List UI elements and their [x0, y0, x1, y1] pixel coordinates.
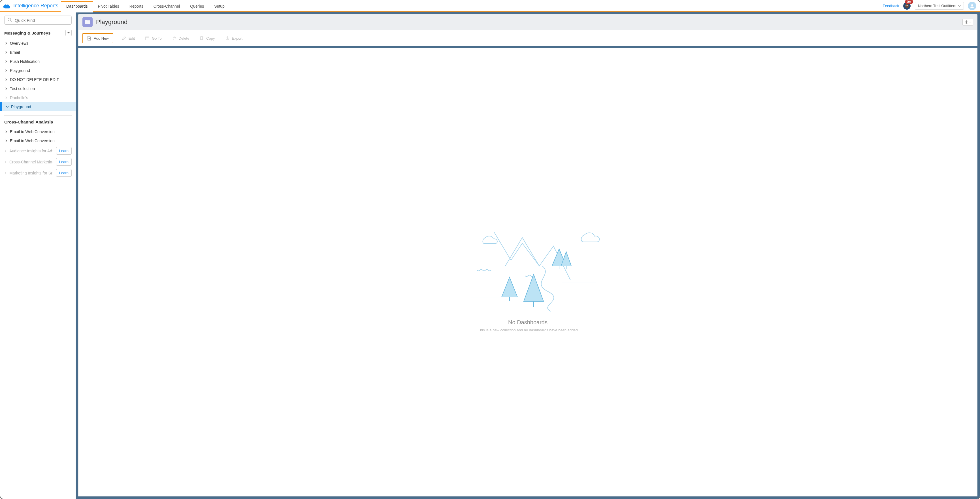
person-icon — [969, 3, 975, 8]
trash-icon — [172, 36, 177, 40]
svg-point-3 — [971, 4, 973, 6]
tab-queries[interactable]: Queries — [185, 0, 209, 11]
folder-icon — [83, 17, 92, 27]
export-icon — [225, 36, 230, 40]
chevron-right-icon — [5, 96, 8, 99]
empty-state-title: No Dashboards — [508, 319, 547, 326]
chevron-right-icon — [5, 87, 8, 90]
notifications-icon[interactable]: 99+ — [903, 2, 911, 10]
chevron-right-icon — [5, 69, 8, 72]
toolbar: Add New Edit Go To Delete Copy — [78, 30, 977, 46]
tab-dashboards[interactable]: Dashboards — [61, 0, 93, 11]
sidebar-item-email-web-2[interactable]: Email to Web Conversion — [4, 136, 72, 145]
sidebar-divider — [4, 115, 72, 116]
sidebar-item-email-web-1[interactable]: Email to Web Conversion — [4, 127, 72, 136]
chevron-right-icon — [4, 172, 7, 175]
delete-button: Delete — [170, 35, 191, 41]
svg-point-2 — [907, 5, 908, 6]
svg-point-1 — [905, 5, 906, 6]
sidebar-item-push-notification[interactable]: Push Notification — [4, 57, 72, 66]
add-file-icon — [87, 36, 91, 40]
search-icon — [7, 17, 13, 23]
page-header: Playground — [78, 14, 977, 30]
sidebar-item-email[interactable]: Email — [4, 48, 72, 57]
caret-up-icon — [969, 21, 971, 23]
copy-icon — [199, 36, 204, 40]
chevron-right-icon — [5, 51, 8, 54]
notification-badge: 99+ — [905, 0, 913, 4]
pencil-icon — [122, 36, 126, 40]
export-button: Export — [223, 35, 245, 41]
sidebar-item-cross-channel-marketing: Cross-Channel Marketing … Learn — [4, 156, 72, 167]
sidebar-item-overviews[interactable]: Overviews — [4, 39, 72, 48]
gear-icon — [964, 20, 968, 24]
sidebar-section-messaging: Messaging & Journeys — [4, 30, 72, 36]
chevron-right-icon — [4, 149, 7, 153]
page-title: Playground — [96, 18, 127, 26]
chevron-right-icon — [5, 78, 8, 81]
app-logo: Intelligence Reports — [0, 3, 61, 9]
tab-pivot-tables[interactable]: Pivot Tables — [93, 0, 124, 11]
search-input[interactable] — [15, 18, 68, 23]
svg-line-5 — [11, 21, 12, 22]
tab-reports[interactable]: Reports — [124, 0, 148, 11]
svg-point-6 — [966, 22, 967, 23]
learn-button[interactable]: Learn — [56, 169, 72, 177]
sidebar-item-playground[interactable]: Playground — [4, 66, 72, 75]
empty-state-subtitle: This is a new collection and no dashboar… — [478, 328, 578, 332]
sidebar: Messaging & Journeys Overviews Email Pus… — [0, 12, 76, 499]
chevron-right-icon — [5, 60, 8, 63]
chevron-down-icon — [958, 5, 961, 7]
edit-button: Edit — [120, 35, 137, 41]
quick-find-search[interactable] — [4, 16, 72, 25]
sidebar-item-rachelles[interactable]: Rachelle's — [4, 93, 72, 102]
chevron-down-icon — [6, 105, 9, 108]
caret-down-icon — [67, 32, 70, 34]
learn-button[interactable]: Learn — [56, 147, 72, 155]
app-title: Intelligence Reports — [13, 3, 58, 9]
sidebar-item-playground-selected[interactable]: Playground — [0, 102, 76, 111]
empty-illustration — [449, 212, 607, 314]
sidebar-item-marketing-insights: Marketing Insights for Sal… Learn — [4, 167, 72, 178]
empty-canvas: No Dashboards This is a new collection a… — [78, 48, 977, 496]
chevron-right-icon — [5, 139, 8, 142]
svg-rect-7 — [146, 37, 149, 40]
main-tabs: Dashboards Pivot Tables Reports Cross-Ch… — [61, 0, 230, 11]
top-nav: Intelligence Reports Dashboards Pivot Ta… — [0, 0, 980, 12]
learn-button[interactable]: Learn — [56, 158, 72, 166]
settings-button[interactable] — [963, 19, 973, 25]
svg-point-0 — [905, 4, 909, 8]
chevron-right-icon — [5, 130, 8, 133]
tab-setup[interactable]: Setup — [209, 0, 230, 11]
sidebar-item-audience-insights: Audience Insights for Adv… Learn — [4, 145, 72, 156]
sidebar-section-cross-channel: Cross-Channel Analysis — [4, 119, 72, 124]
calendar-icon — [145, 36, 150, 40]
salesforce-cloud-icon — [3, 3, 11, 9]
add-new-button[interactable]: Add New — [83, 33, 113, 43]
chevron-right-icon — [4, 161, 7, 164]
sidebar-item-do-not-delete[interactable]: DO NOT DELETE OR EDIT — [4, 75, 72, 84]
sidebar-item-test-collection[interactable]: Test collection — [4, 84, 72, 93]
user-avatar[interactable] — [968, 2, 976, 10]
chevron-right-icon — [5, 42, 8, 45]
feedback-link[interactable]: Feedback — [883, 4, 899, 8]
tab-cross-channel[interactable]: Cross-Channel — [148, 0, 185, 11]
svg-point-4 — [8, 18, 11, 21]
main-content: Playground Add New Edit Go T — [76, 12, 980, 499]
goto-button: Go To — [143, 35, 163, 41]
org-selector[interactable]: Northern Trail Outfitters — [915, 2, 964, 10]
copy-button: Copy — [198, 35, 216, 41]
section-collapse-toggle[interactable] — [65, 30, 72, 36]
